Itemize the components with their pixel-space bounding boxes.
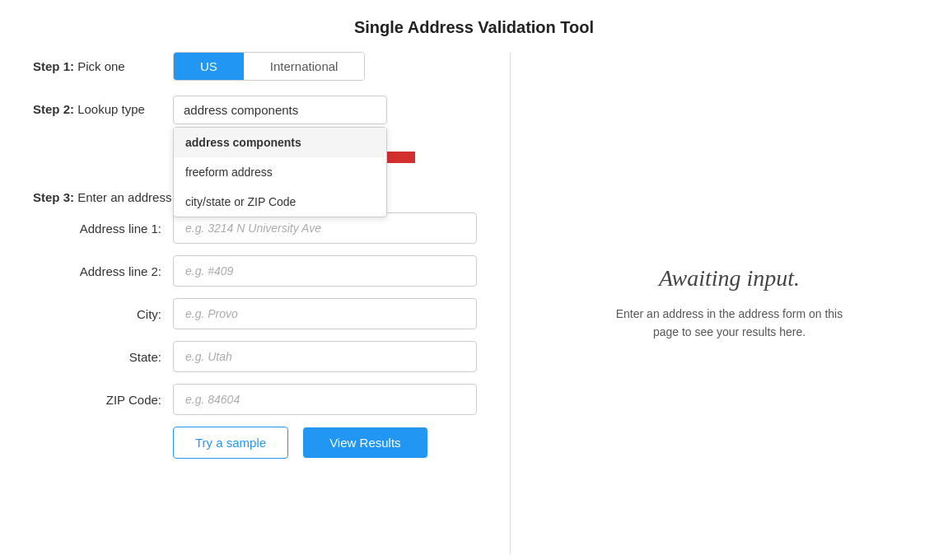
page-title: Single Address Validation Tool: [0, 0, 948, 52]
dropdown-item-address-components[interactable]: address components: [174, 128, 386, 157]
zip-input[interactable]: [173, 384, 477, 415]
pick-one-toggle: US International: [173, 52, 365, 81]
address2-label: Address line 2:: [33, 264, 173, 278]
dropdown-menu: address components freeform address city…: [173, 127, 387, 217]
awaiting-description: Enter an address in the address form on …: [614, 305, 845, 342]
city-row: City:: [33, 298, 477, 329]
zip-label: ZIP Code:: [33, 393, 173, 407]
awaiting-title: Awaiting input.: [659, 265, 800, 292]
zip-row: ZIP Code:: [33, 384, 477, 415]
try-sample-button[interactable]: Try a sample: [173, 427, 288, 459]
lookup-type-dropdown[interactable]: address components address components fr…: [173, 96, 387, 124]
address1-label: Address line 1:: [33, 222, 173, 236]
buttons-row: Try a sample View Results: [33, 427, 477, 459]
step3-label: Step 3: Enter an address: [33, 190, 173, 204]
dropdown-item-freeform[interactable]: freeform address: [174, 157, 386, 187]
address2-input[interactable]: [173, 255, 477, 287]
us-button[interactable]: US: [174, 53, 244, 80]
city-input[interactable]: [173, 298, 477, 329]
dropdown-display[interactable]: address components: [173, 96, 387, 124]
view-results-button[interactable]: View Results: [303, 427, 427, 458]
dropdown-item-city-state-zip[interactable]: city/state or ZIP Code: [174, 187, 386, 217]
international-button[interactable]: International: [244, 53, 365, 80]
results-panel: Awaiting input. Enter an address in the …: [511, 52, 948, 554]
state-row: State:: [33, 341, 477, 372]
state-input[interactable]: [173, 341, 477, 372]
step1-label: Step 1: Pick one: [33, 59, 173, 73]
address2-row: Address line 2:: [33, 255, 477, 287]
step2-label: Step 2: Lookup type: [33, 96, 173, 116]
dropdown-selected-value: address components: [184, 103, 298, 117]
city-label: City:: [33, 307, 173, 321]
state-label: State:: [33, 350, 173, 364]
